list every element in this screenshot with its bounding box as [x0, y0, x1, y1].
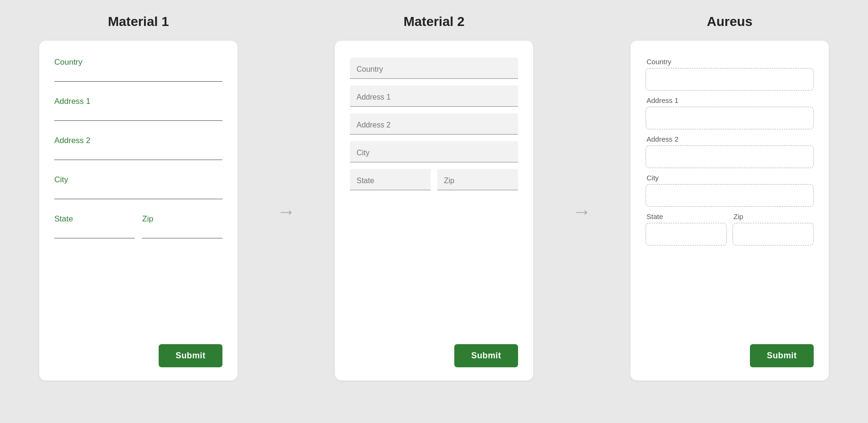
aureus-column: Aureus Country Address 1 Address 2 City — [601, 14, 859, 381]
au-country-label: Country — [646, 58, 814, 66]
m1-address2-input[interactable] — [54, 147, 222, 160]
m2-submit-row: Submit — [350, 337, 518, 367]
m1-state-input[interactable] — [54, 226, 135, 238]
m1-zip-label: Zip — [142, 214, 222, 224]
material2-title: Material 2 — [403, 14, 464, 29]
arrow1-container: → — [267, 174, 305, 221]
m1-zip-input[interactable] — [142, 226, 222, 238]
m1-country-label: Country — [54, 58, 222, 67]
au-address1-input[interactable] — [646, 107, 814, 129]
au-city-field: City — [646, 174, 814, 207]
material1-column: Material 1 Country Address 1 Address 2 C… — [9, 14, 267, 381]
m2-country-field — [350, 58, 518, 79]
m2-submit-button[interactable]: Submit — [454, 344, 518, 367]
au-city-input[interactable] — [646, 184, 814, 207]
au-address2-input[interactable] — [646, 145, 814, 168]
au-zip-field: Zip — [732, 212, 814, 245]
m2-address2-input[interactable] — [350, 113, 518, 135]
au-city-label: City — [646, 174, 814, 182]
material2-card: Submit — [335, 41, 533, 381]
m1-address1-field: Address 1 — [54, 97, 222, 121]
m2-city-input[interactable] — [350, 141, 518, 162]
m1-state-zip-row: State Zip — [54, 214, 222, 238]
m1-country-input[interactable] — [54, 69, 222, 82]
m1-country-field: Country — [54, 58, 222, 82]
au-address2-label: Address 2 — [646, 135, 814, 143]
aureus-title: Aureus — [707, 14, 752, 29]
m1-address1-label: Address 1 — [54, 97, 222, 106]
material1-title: Material 1 — [108, 14, 169, 29]
m2-city-field — [350, 141, 518, 162]
au-submit-button[interactable]: Submit — [750, 344, 814, 367]
m2-country-input[interactable] — [350, 58, 518, 79]
m1-city-label: City — [54, 175, 222, 185]
au-country-input[interactable] — [646, 68, 814, 91]
m2-zip-input[interactable] — [437, 169, 518, 190]
m1-address1-input[interactable] — [54, 108, 222, 121]
au-address1-label: Address 1 — [646, 96, 814, 104]
m2-state-field — [350, 169, 431, 190]
m1-state-label: State — [54, 214, 135, 224]
au-state-zip-row: State Zip — [646, 212, 814, 245]
m1-city-input[interactable] — [54, 186, 222, 199]
au-zip-label: Zip — [732, 212, 814, 220]
page-container: Material 1 Country Address 1 Address 2 C… — [9, 14, 859, 381]
m1-city-field: City — [54, 175, 222, 199]
au-address2-field: Address 2 — [646, 135, 814, 168]
m2-address1-input[interactable] — [350, 85, 518, 107]
au-country-field: Country — [646, 58, 814, 91]
m2-address1-field — [350, 85, 518, 107]
au-state-field: State — [646, 212, 727, 245]
material1-card: Country Address 1 Address 2 City State — [39, 41, 238, 381]
arrow2-icon: → — [572, 202, 591, 221]
m1-submit-button[interactable]: Submit — [159, 344, 222, 367]
m2-zip-field — [437, 169, 518, 190]
au-submit-row: Submit — [646, 337, 814, 367]
au-state-input[interactable] — [646, 223, 727, 245]
au-state-label: State — [646, 212, 727, 220]
m2-state-zip-row — [350, 169, 518, 190]
m1-submit-row: Submit — [54, 337, 222, 367]
arrow2-container: → — [563, 174, 601, 221]
au-address1-field: Address 1 — [646, 96, 814, 129]
material2-column: Material 2 — [305, 14, 563, 381]
au-zip-input[interactable] — [732, 223, 814, 245]
m1-zip-field: Zip — [142, 214, 222, 238]
m1-state-field: State — [54, 214, 135, 238]
m1-address2-field: Address 2 — [54, 136, 222, 160]
arrow1-icon: → — [277, 202, 296, 221]
aureus-card: Country Address 1 Address 2 City State — [630, 41, 829, 381]
m2-address2-field — [350, 113, 518, 135]
m2-state-input[interactable] — [350, 169, 431, 190]
m1-address2-label: Address 2 — [54, 136, 222, 145]
